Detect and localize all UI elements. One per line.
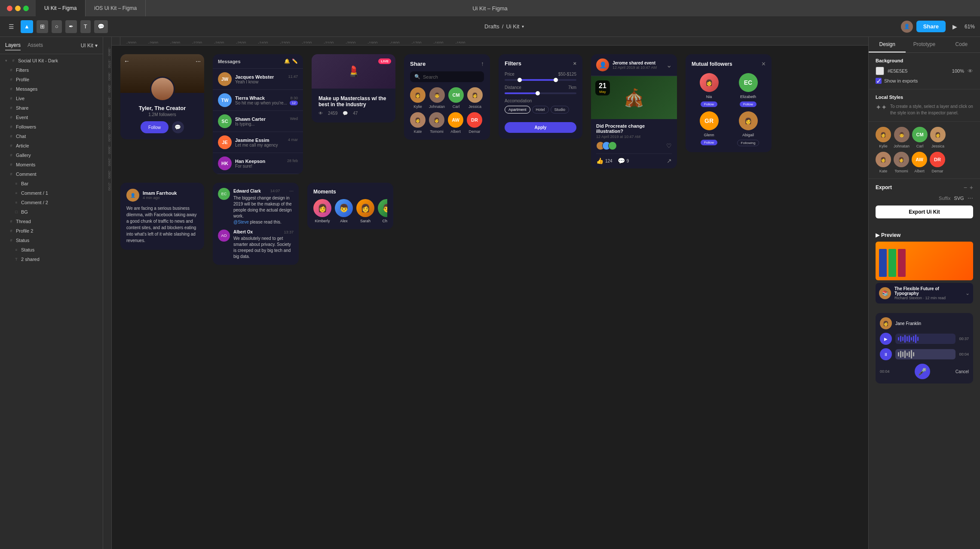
chip-apartment[interactable]: Apartment	[505, 106, 530, 113]
followers-close-icon[interactable]: ×	[762, 60, 766, 68]
bg-color-swatch[interactable]	[876, 67, 884, 75]
layer-item-comment[interactable]: # Comment	[0, 169, 103, 179]
layer-item-bg[interactable]: □ BG	[0, 207, 103, 217]
share-button[interactable]: Share	[916, 21, 946, 32]
layer-item-profile2[interactable]: # Profile 2	[0, 226, 103, 236]
chat-item-3[interactable]: SC Shawn Carter Wed Is typing...	[213, 111, 303, 132]
tab-prototype[interactable]: Prototype	[906, 37, 943, 52]
bg-opacity[interactable]: 100%	[952, 68, 964, 74]
layer-item-moments[interactable]: # Moments	[0, 160, 103, 169]
traffic-light-red[interactable]	[7, 6, 12, 11]
following-button-abigail[interactable]: Following	[737, 140, 760, 146]
layer-item-comment1[interactable]: ≡ Comment / 1	[0, 188, 103, 198]
preview-expand-icon[interactable]: ⌄	[965, 290, 970, 296]
more-icon[interactable]: ···	[968, 194, 973, 202]
frame-tool[interactable]: ⊞	[37, 20, 48, 33]
breadcrumb-drafts[interactable]: Drafts	[484, 23, 499, 30]
traffic-light-green[interactable]	[23, 6, 29, 11]
layer-item-live[interactable]: # Live	[0, 94, 103, 103]
text-tool[interactable]: T	[80, 20, 91, 33]
chat-item-2[interactable]: TW Tierra Whack 8:30 So hit me up when y…	[213, 90, 303, 111]
share-avatar-tomomi[interactable]: 👩 Tomomi	[429, 112, 444, 134]
more-dots-icon[interactable]: ···	[289, 188, 294, 194]
layer-item-filters[interactable]: # Filters	[0, 65, 103, 75]
layer-item-thread[interactable]: # Thread	[0, 217, 103, 226]
shape-tool[interactable]: ○	[52, 20, 62, 33]
traffic-light-yellow[interactable]	[15, 6, 21, 11]
play-button[interactable]: ▶	[949, 21, 961, 33]
rs-avatar-carl[interactable]: CM Carl	[912, 127, 928, 148]
rs-avatar-jessica[interactable]: 👩 Jessica	[930, 127, 946, 148]
chat-item-1[interactable]: JW Jacques Webster 11:47 Yeah I know	[213, 69, 303, 90]
layer-item-share[interactable]: # Share	[0, 103, 103, 113]
audio-play-button[interactable]: ▶	[880, 333, 892, 345]
layer-item-comment2[interactable]: ≡ Comment / 2	[0, 198, 103, 207]
breadcrumb-current[interactable]: Ui Kit	[506, 23, 519, 30]
moment-chris[interactable]: 👨 Chris	[378, 199, 387, 223]
layer-item-chat[interactable]: # Chat	[0, 132, 103, 141]
layer-item-profile[interactable]: # Profile	[0, 75, 103, 84]
message-button[interactable]: 💬	[172, 121, 184, 133]
tab-design[interactable]: Design	[869, 37, 906, 52]
rs-avatar-kate[interactable]: 👩 Kate	[876, 152, 891, 173]
share-avatar-kylie[interactable]: 👩 Kylie	[410, 87, 426, 109]
tab-layers[interactable]: Layers	[5, 40, 21, 50]
chat-item-4[interactable]: JE Jasmine Essim 4 mar Let me call my ag…	[213, 132, 303, 153]
pen-tool[interactable]: ✒	[65, 20, 77, 33]
share-upload-icon[interactable]: ↑	[481, 60, 484, 67]
audio-pause-button[interactable]: ⏸	[880, 348, 892, 360]
layer-item-followers[interactable]: # Followers	[0, 122, 103, 132]
moment-kimberly[interactable]: 👩 Kimberly	[313, 199, 331, 223]
back-button[interactable]: ←	[124, 58, 130, 64]
record-mic-button[interactable]: 🎤	[915, 364, 930, 379]
move-tool[interactable]: ▲	[21, 20, 33, 33]
ui-kit-label[interactable]: UI Kit ▾	[81, 43, 98, 49]
follow-button-glenn[interactable]: Follow	[701, 140, 717, 145]
layer-item-gallery[interactable]: # Gallery	[0, 150, 103, 160]
rs-avatar-tomomi[interactable]: 👩 Tomomi	[894, 152, 909, 173]
layer-item-article[interactable]: # Article	[0, 141, 103, 150]
filters-close-icon[interactable]: ×	[573, 60, 576, 67]
export-minus-icon[interactable]: −	[964, 184, 967, 191]
tab-assets[interactable]: Assets	[28, 40, 43, 50]
eye-icon[interactable]: 👁	[968, 68, 973, 74]
rs-avatar-albert[interactable]: AW Albert	[912, 152, 927, 173]
comment-tool[interactable]: 💬	[94, 20, 108, 33]
zoom-level[interactable]: 61%	[965, 24, 975, 30]
moment-sarah[interactable]: 👩 Sarah	[356, 199, 374, 223]
title-tab-1[interactable]: Ui Kit – Figma	[36, 0, 86, 16]
layer-item-status[interactable]: # Status	[0, 236, 103, 245]
bg-color-value[interactable]: #E5E5E5	[888, 68, 949, 74]
title-tab-2[interactable]: iOS Ui Kit – Figma	[86, 0, 146, 16]
layer-item-bar[interactable]: ≡ Bar	[0, 179, 103, 188]
expand-icon[interactable]: ⌄	[666, 61, 672, 69]
follow-button-nia[interactable]: Follow	[701, 101, 717, 107]
share-avatar-jessica[interactable]: 👩 Jessica	[467, 87, 483, 109]
layer-item-messages[interactable]: # Messages	[0, 84, 103, 94]
share-avatar-carl[interactable]: CM Carl	[448, 87, 464, 109]
share-avatar-kate[interactable]: 👩 Kate	[410, 112, 426, 134]
rs-avatar-demar[interactable]: DR Demar	[930, 152, 945, 173]
heart-icon[interactable]: ♡	[666, 142, 672, 149]
share-avatar-demar[interactable]: DR Demar	[467, 112, 482, 134]
layer-item-2shared[interactable]: T 2 shared	[0, 255, 103, 264]
layer-item-event[interactable]: # Event	[0, 113, 103, 122]
like-icon[interactable]: 👍	[596, 157, 603, 164]
layer-item-status-group[interactable]: ≡ Status	[0, 245, 103, 255]
export-plus-icon[interactable]: +	[970, 184, 973, 191]
rs-avatar-johnatan[interactable]: 👨 Johnatan	[894, 127, 910, 148]
share-icon[interactable]: ↗	[667, 157, 672, 164]
share-avatar-albert[interactable]: AW Albert	[448, 112, 463, 134]
chip-hotel[interactable]: Hotel	[532, 106, 549, 113]
follow-button-elizabeth[interactable]: Follow	[740, 101, 756, 107]
apply-button[interactable]: Apply	[505, 122, 576, 133]
rs-avatar-kylie[interactable]: 👩 Kylie	[876, 127, 891, 148]
chat-item-5[interactable]: HK Han Keepson 28 feb For sure!	[213, 153, 303, 174]
preview-toggle[interactable]: ▶ Preview	[876, 232, 973, 238]
tab-code[interactable]: Code	[943, 37, 980, 52]
layer-item-social-ui-kit[interactable]: ▾ # Social UI Kit - Dark	[0, 56, 103, 65]
cancel-button[interactable]: Cancel	[956, 369, 969, 374]
export-button[interactable]: Export Ui Kit	[876, 205, 973, 218]
comment-icon[interactable]: 💬	[618, 157, 625, 164]
more-button[interactable]: ···	[196, 58, 201, 64]
